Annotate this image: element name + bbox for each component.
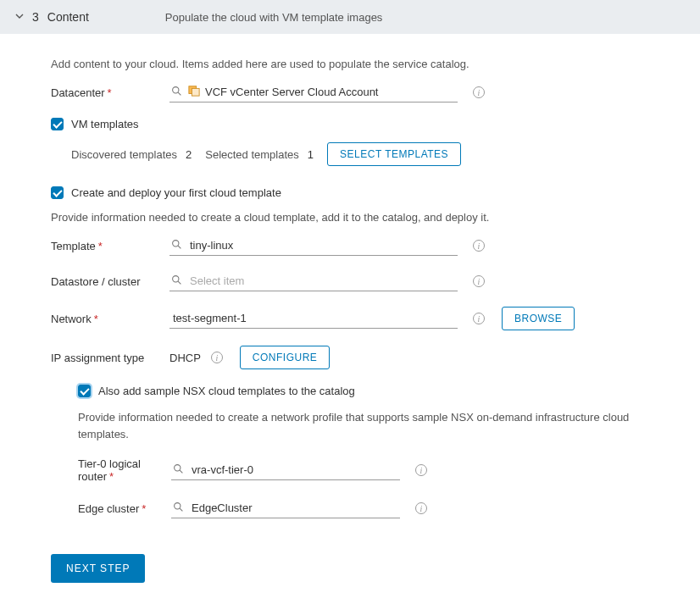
create-deploy-label: Create and deploy your first cloud templ… [71,186,281,199]
search-icon [171,239,182,250]
step-content: Add content to your cloud. Items added h… [0,34,700,608]
next-step-button[interactable]: Next Step [51,554,145,583]
svg-line-7 [178,281,181,284]
datacenter-row: Datacenter* i [51,82,649,102]
discovered-label: Discovered templates [71,148,177,161]
network-label: Network* [51,313,169,325]
search-icon [173,463,184,474]
svg-point-10 [175,503,181,509]
info-icon[interactable]: i [473,275,485,287]
tier0-input[interactable] [171,460,400,480]
template-label: Template* [51,240,169,252]
vm-templates-checkbox-row: VM templates [51,118,649,130]
wizard-step-header[interactable]: 3 Content Populate the cloud with VM tem… [0,0,700,34]
select-templates-button[interactable]: Select Templates [327,142,461,166]
network-input[interactable] [169,308,458,329]
datastore-row: Datastore / cluster i [51,271,649,291]
nsx-checkbox[interactable] [78,385,91,397]
datastore-input[interactable] [169,271,458,291]
configure-button[interactable]: CONFIGURE [240,346,331,369]
create-deploy-checkbox[interactable] [51,186,64,199]
discovered-count: 2 [186,148,192,161]
search-icon [171,86,182,97]
info-icon[interactable]: i [473,313,485,324]
step-title: Content [47,10,89,24]
tier0-row: Tier-0 logical router* i [78,457,649,483]
svg-point-6 [173,276,179,282]
templates-counts: Discovered templates 2 Selected template… [71,142,649,166]
tier0-label: Tier-0 logical router* [78,457,171,483]
search-icon [171,274,182,285]
edge-label: Edge cluster* [78,502,171,515]
intro-text: Add content to your cloud. Items added h… [51,58,649,70]
svg-point-4 [173,241,179,247]
nsx-checkbox-row: Also add sample NSX cloud templates to t… [78,385,649,397]
chevron-down-icon [15,12,24,22]
nsx-desc: Provide information needed to create a n… [78,409,649,442]
search-icon [173,501,184,512]
network-row: Network* i BROWSE [51,307,649,330]
nsx-block: Also add sample NSX cloud templates to t… [78,385,649,518]
create-deploy-desc: Provide information needed to create a c… [51,211,649,224]
info-icon[interactable]: i [473,86,485,98]
ip-label: IP assignment type [51,352,169,364]
nsx-checkbox-label: Also add sample NSX cloud templates to t… [98,385,355,397]
svg-line-5 [178,246,181,248]
step-subtitle: Populate the cloud with VM template imag… [165,11,383,24]
svg-line-1 [178,92,181,95]
vcenter-icon [188,85,200,97]
edge-row: Edge cluster* i [78,498,649,518]
browse-button[interactable]: BROWSE [502,307,575,330]
datacenter-input[interactable] [169,82,458,102]
svg-point-0 [173,87,179,93]
step-number: 3 [32,10,39,24]
template-row: Template* i [51,235,649,256]
info-icon[interactable]: i [473,240,485,252]
info-icon[interactable]: i [415,502,427,514]
datacenter-label: Datacenter* [51,86,169,99]
svg-rect-3 [192,88,199,96]
selected-count: 1 [308,148,314,161]
svg-line-11 [180,508,182,511]
vm-templates-label: VM templates [71,118,138,130]
datastore-label: Datastore / cluster [51,275,169,288]
template-input[interactable] [169,235,458,256]
edge-input[interactable] [171,498,400,518]
ip-value: DHCP [169,352,201,364]
ip-row: IP assignment type DHCP i CONFIGURE [51,346,649,369]
selected-label: Selected templates [205,148,299,161]
create-deploy-checkbox-row: Create and deploy your first cloud templ… [51,186,649,199]
svg-line-9 [180,470,182,473]
svg-point-8 [175,465,181,471]
vm-templates-checkbox[interactable] [51,118,64,130]
info-icon[interactable]: i [415,464,427,476]
info-icon[interactable]: i [211,352,223,363]
